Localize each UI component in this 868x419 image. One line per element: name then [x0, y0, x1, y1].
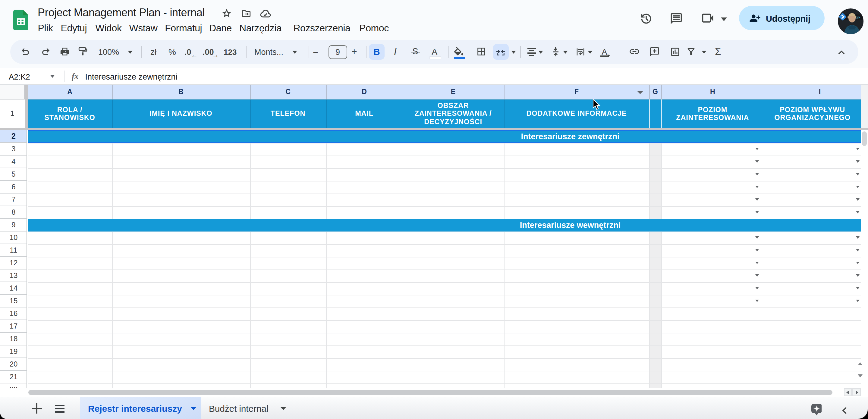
svg-text:go: go — [856, 15, 860, 19]
